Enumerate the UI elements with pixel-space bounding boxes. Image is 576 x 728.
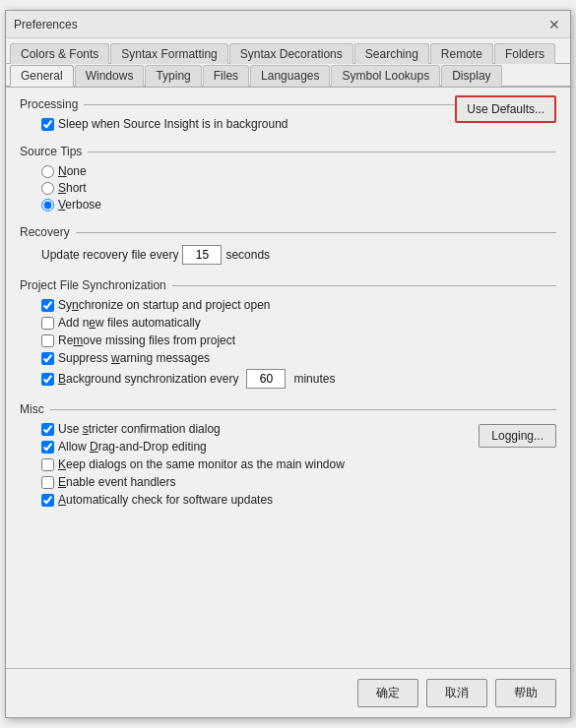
- keep-dialogs-checkbox[interactable]: [41, 458, 54, 471]
- tab-files[interactable]: Files: [203, 65, 249, 87]
- source-tips-verbose-label[interactable]: Verbose: [41, 198, 556, 212]
- cancel-button[interactable]: 取消: [426, 679, 487, 707]
- tab-display[interactable]: Display: [441, 65, 501, 87]
- misc-content: Use stricter confirmation dialog Allow D…: [20, 422, 556, 511]
- background-sync-label[interactable]: Background synchronization every minutes: [41, 369, 556, 389]
- logging-button[interactable]: Logging...: [479, 424, 556, 448]
- title-bar: Preferences ✕: [6, 11, 570, 38]
- drag-drop-label[interactable]: Allow Drag-and-Drop editing: [41, 440, 479, 454]
- tab-searching[interactable]: Searching: [354, 43, 429, 64]
- top-tab-bar: Colors & Fonts Syntax Formatting Syntax …: [6, 38, 570, 64]
- suppress-warnings-label[interactable]: Suppress warning messages: [41, 351, 556, 365]
- source-tips-verbose-radio[interactable]: [41, 199, 54, 212]
- recovery-interval-input[interactable]: [182, 245, 222, 265]
- source-tips-none-text: None: [58, 164, 87, 178]
- close-button[interactable]: ✕: [546, 17, 562, 32]
- sync-startup-label[interactable]: Synchronize on startup and project open: [41, 298, 556, 312]
- source-tips-options: None Short Verbose: [20, 164, 556, 212]
- keep-dialogs-label[interactable]: Keep dialogs on the same monitor as the …: [41, 457, 479, 471]
- misc-title: Misc: [20, 402, 556, 416]
- event-handlers-label[interactable]: Enable event handlers: [41, 475, 479, 489]
- processing-title: Processing: [20, 97, 455, 111]
- tab-general[interactable]: General: [10, 65, 74, 87]
- bottom-tab-bar: General Windows Typing Files Languages S…: [6, 64, 570, 88]
- stricter-confirmation-label[interactable]: Use stricter confirmation dialog: [41, 422, 479, 436]
- source-tips-short-label[interactable]: Short: [41, 181, 556, 195]
- source-tips-title: Source Tips: [20, 145, 556, 158]
- background-sync-interval-input[interactable]: [246, 369, 286, 389]
- add-new-files-checkbox[interactable]: [41, 317, 54, 330]
- sleep-checkbox-label[interactable]: Sleep when Source Insight is in backgrou…: [20, 117, 455, 131]
- source-tips-section: Source Tips None Short Verbose: [20, 145, 556, 212]
- tab-windows[interactable]: Windows: [75, 65, 145, 87]
- content-area: Processing Sleep when Source Insight is …: [6, 88, 570, 668]
- event-handlers-checkbox[interactable]: [41, 476, 54, 489]
- recovery-section: Recovery Update recovery file every seco…: [20, 225, 556, 265]
- window-title: Preferences: [14, 18, 78, 31]
- processing-header-row: Processing Sleep when Source Insight is …: [20, 97, 556, 131]
- background-sync-checkbox[interactable]: [41, 373, 54, 386]
- help-button[interactable]: 帮助: [495, 679, 556, 707]
- source-tips-none-radio[interactable]: [41, 165, 54, 178]
- tab-colors-fonts[interactable]: Colors & Fonts: [10, 43, 109, 64]
- sync-startup-checkbox[interactable]: [41, 299, 54, 312]
- misc-items: Use stricter confirmation dialog Allow D…: [20, 422, 479, 511]
- source-tips-none-label[interactable]: None: [41, 164, 556, 178]
- tab-syntax-formatting[interactable]: Syntax Formatting: [110, 43, 227, 64]
- remove-missing-checkbox[interactable]: [41, 334, 54, 347]
- tab-languages[interactable]: Languages: [250, 65, 330, 87]
- source-tips-short-radio[interactable]: [41, 182, 54, 195]
- source-tips-short-text: Short: [58, 181, 87, 195]
- use-defaults-button[interactable]: Use Defaults...: [455, 95, 556, 123]
- tab-typing[interactable]: Typing: [145, 65, 201, 87]
- add-new-files-label[interactable]: Add new files automatically: [41, 316, 556, 330]
- remove-missing-label[interactable]: Remove missing files from project: [41, 334, 556, 347]
- footer: 确定 取消 帮助: [6, 668, 570, 717]
- processing-section: Processing Sleep when Source Insight is …: [20, 97, 556, 131]
- project-sync-title: Project File Synchronization: [20, 278, 556, 292]
- ok-button[interactable]: 确定: [357, 679, 418, 707]
- tab-remote[interactable]: Remote: [430, 43, 493, 64]
- project-sync-section: Project File Synchronization Synchronize…: [20, 278, 556, 389]
- source-tips-verbose-text: Verbose: [58, 198, 101, 212]
- stricter-confirmation-checkbox[interactable]: [41, 423, 54, 436]
- tab-folders[interactable]: Folders: [494, 43, 555, 64]
- auto-check-updates-checkbox[interactable]: [41, 494, 54, 507]
- drag-drop-checkbox[interactable]: [41, 441, 54, 454]
- sleep-checkbox[interactable]: [41, 118, 54, 131]
- misc-section: Misc Use stricter confirmation dialog Al…: [20, 402, 556, 511]
- project-sync-items: Synchronize on startup and project open …: [20, 298, 556, 389]
- recovery-row: Update recovery file every seconds: [20, 245, 556, 265]
- tab-symbol-lookups[interactable]: Symbol Lookups: [331, 65, 440, 87]
- tab-syntax-decorations[interactable]: Syntax Decorations: [229, 43, 353, 64]
- preferences-window: Preferences ✕ Colors & Fonts Syntax Form…: [5, 10, 571, 718]
- auto-check-updates-label[interactable]: Automatically check for software updates: [41, 493, 479, 507]
- recovery-title: Recovery: [20, 225, 556, 239]
- suppress-warnings-checkbox[interactable]: [41, 352, 54, 365]
- logging-button-wrapper: Logging...: [479, 424, 556, 448]
